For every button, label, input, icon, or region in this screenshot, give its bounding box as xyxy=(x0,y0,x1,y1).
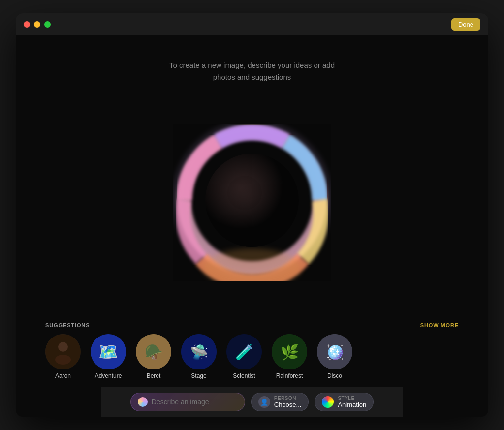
search-input[interactable] xyxy=(152,398,238,406)
person-button[interactable]: 👤 PERSON Choose... xyxy=(251,393,309,411)
svg-point-10 xyxy=(58,342,68,352)
suggestion-name-aaron: Aaron xyxy=(55,372,71,379)
search-container[interactable] xyxy=(130,393,245,411)
suggestion-item-adventure[interactable]: 🗺️ Adventure xyxy=(91,334,126,379)
style-icon xyxy=(322,396,334,408)
suggestion-name-adventure: Adventure xyxy=(95,372,122,379)
suggestions-label: SUGGESTIONS xyxy=(45,322,90,328)
suggestion-name-beret: Beret xyxy=(147,372,161,379)
svg-point-8 xyxy=(205,154,299,247)
person-label: PERSON xyxy=(274,396,302,401)
style-label: STYLE xyxy=(338,396,366,401)
svg-text:🌿: 🌿 xyxy=(281,343,299,361)
svg-point-11 xyxy=(55,355,71,365)
suggestion-item-disco[interactable]: 🪩 Disco xyxy=(317,334,352,379)
suggestion-icon-stage: 🛸 xyxy=(181,334,217,369)
suggestion-icon-disco: 🪩 xyxy=(317,334,352,369)
svg-text:🪩: 🪩 xyxy=(326,343,345,361)
main-window: Done To create a new image, describe you… xyxy=(16,13,488,417)
orb-visual xyxy=(173,124,331,281)
style-text: STYLE Animation xyxy=(338,396,366,408)
person-icon: 👤 xyxy=(258,396,270,408)
style-value: Animation xyxy=(338,401,366,408)
person-text: PERSON Choose... xyxy=(274,396,302,408)
suggestion-name-stage: Stage xyxy=(191,372,206,379)
suggestion-icon-adventure: 🗺️ xyxy=(91,334,126,369)
svg-text:🗺️: 🗺️ xyxy=(98,342,118,361)
suggestion-item-stage[interactable]: 🛸 Stage xyxy=(181,334,217,379)
main-content: To create a new image, describe your ide… xyxy=(16,35,488,417)
svg-text:🧪: 🧪 xyxy=(235,343,254,361)
suggestion-item-aaron[interactable]: Aaron xyxy=(45,334,81,379)
done-button[interactable]: Done xyxy=(451,18,480,31)
traffic-lights xyxy=(24,21,51,28)
suggestion-item-scientist[interactable]: 🧪 Scientist xyxy=(226,334,262,379)
suggestions-header: SUGGESTIONS SHOW MORE xyxy=(45,322,459,328)
suggestion-item-beret[interactable]: 🪖 Beret xyxy=(136,334,171,379)
search-orb-icon xyxy=(138,397,148,407)
suggestion-icon-beret: 🪖 xyxy=(136,334,171,369)
instruction-text: To create a new image, describe your ide… xyxy=(169,60,335,83)
suggestion-name-scientist: Scientist xyxy=(233,372,255,379)
svg-text:🪖: 🪖 xyxy=(145,343,163,361)
person-value: Choose... xyxy=(274,401,302,408)
orb-container xyxy=(16,83,488,322)
suggestion-icon-aaron xyxy=(45,334,81,369)
maximize-button[interactable] xyxy=(44,21,51,28)
suggestion-name-disco: Disco xyxy=(327,372,342,379)
bottom-bar: 👤 PERSON Choose... STYLE Animation xyxy=(101,387,403,417)
style-button[interactable]: STYLE Animation xyxy=(315,393,374,411)
title-bar: Done xyxy=(16,13,488,35)
show-more-button[interactable]: SHOW MORE xyxy=(420,322,459,328)
minimize-button[interactable] xyxy=(34,21,40,28)
suggestion-name-rainforest: Rainforest xyxy=(276,372,303,379)
suggestion-icon-rainforest: 🌿 xyxy=(272,334,307,369)
suggestions-section: SUGGESTIONS SHOW MORE Aaron xyxy=(16,322,488,387)
close-button[interactable] xyxy=(24,21,30,28)
suggestion-icon-scientist: 🧪 xyxy=(226,334,262,369)
suggestion-item-rainforest[interactable]: 🌿 Rainforest xyxy=(272,334,307,379)
svg-text:🛸: 🛸 xyxy=(190,343,209,361)
suggestions-list: Aaron 🗺️ Adventure xyxy=(45,334,459,379)
